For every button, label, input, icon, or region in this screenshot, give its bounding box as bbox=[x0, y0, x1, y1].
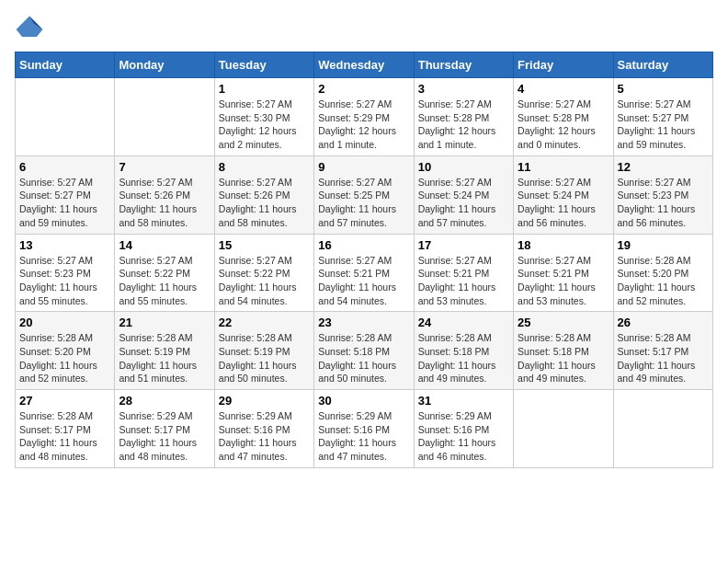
day-info: Sunrise: 5:28 AMSunset: 5:19 PMDaylight:… bbox=[119, 331, 210, 385]
day-number: 10 bbox=[418, 160, 509, 174]
calendar-cell: 24Sunrise: 5:28 AMSunset: 5:18 PMDayligh… bbox=[414, 312, 513, 390]
calendar-cell: 20Sunrise: 5:28 AMSunset: 5:20 PMDayligh… bbox=[16, 312, 115, 390]
weekday-header-sunday: Sunday bbox=[16, 52, 115, 78]
calendar-cell: 9Sunrise: 5:27 AMSunset: 5:25 PMDaylight… bbox=[314, 155, 414, 234]
calendar-table: SundayMondayTuesdayWednesdayThursdayFrid… bbox=[15, 52, 713, 468]
calendar-week-row: 27Sunrise: 5:28 AMSunset: 5:17 PMDayligh… bbox=[16, 390, 713, 468]
day-number: 15 bbox=[219, 238, 310, 252]
calendar-cell: 7Sunrise: 5:27 AMSunset: 5:26 PMDaylight… bbox=[115, 155, 214, 234]
day-number: 17 bbox=[418, 238, 509, 252]
day-info: Sunrise: 5:27 AMSunset: 5:21 PMDaylight:… bbox=[518, 254, 609, 308]
day-number: 4 bbox=[518, 82, 609, 96]
calendar-cell: 10Sunrise: 5:27 AMSunset: 5:24 PMDayligh… bbox=[414, 155, 513, 234]
calendar-cell: 22Sunrise: 5:28 AMSunset: 5:19 PMDayligh… bbox=[214, 312, 313, 390]
calendar-cell: 21Sunrise: 5:28 AMSunset: 5:19 PMDayligh… bbox=[115, 312, 214, 390]
calendar-cell: 11Sunrise: 5:27 AMSunset: 5:24 PMDayligh… bbox=[514, 155, 613, 234]
calendar-cell bbox=[613, 390, 712, 468]
weekday-header-friday: Friday bbox=[514, 52, 613, 78]
calendar-cell: 5Sunrise: 5:27 AMSunset: 5:27 PMDaylight… bbox=[613, 78, 712, 156]
day-number: 1 bbox=[219, 82, 310, 96]
calendar-cell: 29Sunrise: 5:29 AMSunset: 5:16 PMDayligh… bbox=[214, 390, 313, 468]
calendar-cell: 18Sunrise: 5:27 AMSunset: 5:21 PMDayligh… bbox=[514, 234, 613, 312]
day-info: Sunrise: 5:27 AMSunset: 5:24 PMDaylight:… bbox=[418, 176, 509, 230]
day-number: 8 bbox=[219, 160, 310, 174]
day-info: Sunrise: 5:27 AMSunset: 5:23 PMDaylight:… bbox=[19, 254, 110, 308]
calendar-cell: 25Sunrise: 5:28 AMSunset: 5:18 PMDayligh… bbox=[514, 312, 613, 390]
calendar-week-row: 6Sunrise: 5:27 AMSunset: 5:27 PMDaylight… bbox=[16, 155, 713, 234]
day-number: 20 bbox=[19, 316, 110, 329]
day-number: 31 bbox=[418, 394, 509, 408]
calendar-cell bbox=[514, 390, 613, 468]
calendar-cell: 26Sunrise: 5:28 AMSunset: 5:17 PMDayligh… bbox=[613, 312, 712, 390]
calendar-cell: 16Sunrise: 5:27 AMSunset: 5:21 PMDayligh… bbox=[314, 234, 414, 312]
day-number: 25 bbox=[518, 316, 609, 329]
calendar-cell: 2Sunrise: 5:27 AMSunset: 5:29 PMDaylight… bbox=[314, 78, 414, 156]
day-number: 28 bbox=[119, 394, 210, 408]
weekday-header-tuesday: Tuesday bbox=[214, 52, 313, 78]
day-info: Sunrise: 5:27 AMSunset: 5:28 PMDaylight:… bbox=[518, 98, 609, 152]
day-info: Sunrise: 5:28 AMSunset: 5:17 PMDaylight:… bbox=[618, 331, 709, 385]
day-info: Sunrise: 5:27 AMSunset: 5:22 PMDaylight:… bbox=[219, 254, 310, 308]
calendar-cell: 30Sunrise: 5:29 AMSunset: 5:16 PMDayligh… bbox=[314, 390, 414, 468]
calendar-cell: 8Sunrise: 5:27 AMSunset: 5:26 PMDaylight… bbox=[214, 155, 313, 234]
calendar-cell: 17Sunrise: 5:27 AMSunset: 5:21 PMDayligh… bbox=[414, 234, 513, 312]
day-number: 12 bbox=[618, 160, 709, 174]
day-info: Sunrise: 5:27 AMSunset: 5:30 PMDaylight:… bbox=[219, 98, 310, 152]
day-info: Sunrise: 5:28 AMSunset: 5:18 PMDaylight:… bbox=[318, 331, 409, 385]
day-info: Sunrise: 5:27 AMSunset: 5:27 PMDaylight:… bbox=[19, 176, 110, 230]
day-number: 19 bbox=[618, 238, 709, 252]
calendar-cell: 28Sunrise: 5:29 AMSunset: 5:17 PMDayligh… bbox=[115, 390, 214, 468]
calendar-cell: 19Sunrise: 5:28 AMSunset: 5:20 PMDayligh… bbox=[613, 234, 712, 312]
day-number: 23 bbox=[318, 316, 409, 329]
calendar-cell: 3Sunrise: 5:27 AMSunset: 5:28 PMDaylight… bbox=[414, 78, 513, 156]
calendar-week-row: 20Sunrise: 5:28 AMSunset: 5:20 PMDayligh… bbox=[16, 312, 713, 390]
calendar-cell: 23Sunrise: 5:28 AMSunset: 5:18 PMDayligh… bbox=[314, 312, 414, 390]
day-info: Sunrise: 5:28 AMSunset: 5:19 PMDaylight:… bbox=[219, 331, 310, 385]
day-info: Sunrise: 5:27 AMSunset: 5:27 PMDaylight:… bbox=[618, 98, 709, 152]
day-number: 6 bbox=[19, 160, 110, 174]
header bbox=[15, 15, 713, 44]
weekday-header-saturday: Saturday bbox=[613, 52, 712, 78]
calendar-cell: 1Sunrise: 5:27 AMSunset: 5:30 PMDaylight… bbox=[214, 78, 313, 156]
day-info: Sunrise: 5:29 AMSunset: 5:16 PMDaylight:… bbox=[318, 409, 409, 464]
calendar-week-row: 1Sunrise: 5:27 AMSunset: 5:30 PMDaylight… bbox=[16, 78, 713, 156]
day-number: 3 bbox=[418, 82, 509, 96]
day-number: 7 bbox=[119, 160, 210, 174]
day-number: 2 bbox=[318, 82, 409, 96]
day-number: 24 bbox=[418, 316, 509, 329]
day-number: 22 bbox=[219, 316, 310, 329]
logo-icon bbox=[15, 15, 44, 44]
weekday-header-wednesday: Wednesday bbox=[314, 52, 414, 78]
day-info: Sunrise: 5:29 AMSunset: 5:16 PMDaylight:… bbox=[418, 409, 509, 464]
day-info: Sunrise: 5:29 AMSunset: 5:16 PMDaylight:… bbox=[219, 409, 310, 464]
day-number: 21 bbox=[119, 316, 210, 329]
day-info: Sunrise: 5:28 AMSunset: 5:17 PMDaylight:… bbox=[19, 409, 110, 464]
calendar-cell: 6Sunrise: 5:27 AMSunset: 5:27 PMDaylight… bbox=[16, 155, 115, 234]
day-info: Sunrise: 5:28 AMSunset: 5:18 PMDaylight:… bbox=[518, 331, 609, 385]
weekday-header-monday: Monday bbox=[115, 52, 214, 78]
day-number: 26 bbox=[618, 316, 709, 329]
day-info: Sunrise: 5:27 AMSunset: 5:25 PMDaylight:… bbox=[318, 176, 409, 230]
calendar-cell: 4Sunrise: 5:27 AMSunset: 5:28 PMDaylight… bbox=[514, 78, 613, 156]
day-info: Sunrise: 5:29 AMSunset: 5:17 PMDaylight:… bbox=[119, 409, 210, 464]
day-number: 13 bbox=[19, 238, 110, 252]
calendar-cell: 12Sunrise: 5:27 AMSunset: 5:23 PMDayligh… bbox=[613, 155, 712, 234]
day-number: 30 bbox=[318, 394, 409, 408]
day-number: 14 bbox=[119, 238, 210, 252]
logo bbox=[15, 15, 48, 44]
calendar-cell: 13Sunrise: 5:27 AMSunset: 5:23 PMDayligh… bbox=[16, 234, 115, 312]
day-info: Sunrise: 5:27 AMSunset: 5:21 PMDaylight:… bbox=[318, 254, 409, 308]
day-info: Sunrise: 5:28 AMSunset: 5:20 PMDaylight:… bbox=[618, 254, 709, 308]
calendar-cell: 27Sunrise: 5:28 AMSunset: 5:17 PMDayligh… bbox=[16, 390, 115, 468]
day-number: 29 bbox=[219, 394, 310, 408]
day-info: Sunrise: 5:27 AMSunset: 5:28 PMDaylight:… bbox=[418, 98, 509, 152]
day-number: 16 bbox=[318, 238, 409, 252]
day-info: Sunrise: 5:27 AMSunset: 5:22 PMDaylight:… bbox=[119, 254, 210, 308]
day-info: Sunrise: 5:27 AMSunset: 5:23 PMDaylight:… bbox=[618, 176, 709, 230]
day-number: 9 bbox=[318, 160, 409, 174]
weekday-header-thursday: Thursday bbox=[414, 52, 513, 78]
calendar-cell: 15Sunrise: 5:27 AMSunset: 5:22 PMDayligh… bbox=[214, 234, 313, 312]
day-info: Sunrise: 5:27 AMSunset: 5:26 PMDaylight:… bbox=[119, 176, 210, 230]
calendar-week-row: 13Sunrise: 5:27 AMSunset: 5:23 PMDayligh… bbox=[16, 234, 713, 312]
day-info: Sunrise: 5:28 AMSunset: 5:20 PMDaylight:… bbox=[19, 331, 110, 385]
